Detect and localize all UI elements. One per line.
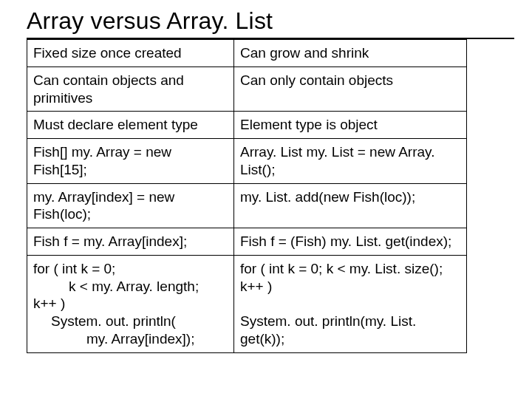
cell-array: Fish f = my. Array[index];	[27, 228, 234, 256]
comparison-table: Fixed size once created Can grow and shr…	[27, 39, 467, 353]
cell-arraylist: Element type is object	[234, 112, 467, 139]
cell-array: Fixed size once created	[27, 40, 234, 67]
code-line: my. Array[index]);	[33, 330, 228, 348]
code-line: for ( int k = 0; k < my. List. size(); k…	[240, 261, 443, 294]
cell-arraylist: Can grow and shrink	[234, 40, 467, 67]
cell-array: Must declare element type	[27, 112, 234, 139]
code-line: k++ )	[33, 296, 65, 311]
code-line: for ( int k = 0;	[33, 261, 115, 276]
cell-array: Fish[] my. Array = new Fish[15];	[27, 139, 234, 184]
slide-title: Array versus Array. List	[27, 7, 519, 35]
cell-array: Can contain objects and primitives	[27, 66, 234, 112]
table-row: Fixed size once created Can grow and shr…	[27, 40, 467, 67]
cell-array: for ( int k = 0; k < my. Array. length; …	[27, 255, 234, 352]
cell-array: my. Array[index] = new Fish(loc);	[27, 183, 234, 228]
code-line: System. out. println(	[33, 313, 228, 330]
cell-arraylist: for ( int k = 0; k < my. List. size(); k…	[234, 255, 467, 352]
code-line: k < my. Array. length;	[33, 278, 228, 296]
cell-arraylist: Array. List my. List = new Array. List()…	[234, 139, 467, 184]
slide: Array versus Array. List Fixed size once…	[0, 0, 532, 399]
table-row: Fish[] my. Array = new Fish[15]; Array. …	[27, 139, 467, 184]
table-row: Must declare element type Element type i…	[27, 112, 467, 139]
cell-arraylist: my. List. add(new Fish(loc));	[234, 183, 467, 228]
table-row: my. Array[index] = new Fish(loc); my. Li…	[27, 183, 467, 228]
code-line: System. out. println(my. List. get(k));	[240, 313, 416, 347]
table-row: Fish f = my. Array[index]; Fish f = (Fis…	[27, 228, 467, 256]
cell-arraylist: Can only contain objects	[234, 66, 467, 112]
table-row: Can contain objects and primitives Can o…	[27, 66, 467, 112]
table-row: for ( int k = 0; k < my. Array. length; …	[27, 255, 467, 352]
cell-arraylist: Fish f = (Fish) my. List. get(index);	[234, 228, 467, 256]
